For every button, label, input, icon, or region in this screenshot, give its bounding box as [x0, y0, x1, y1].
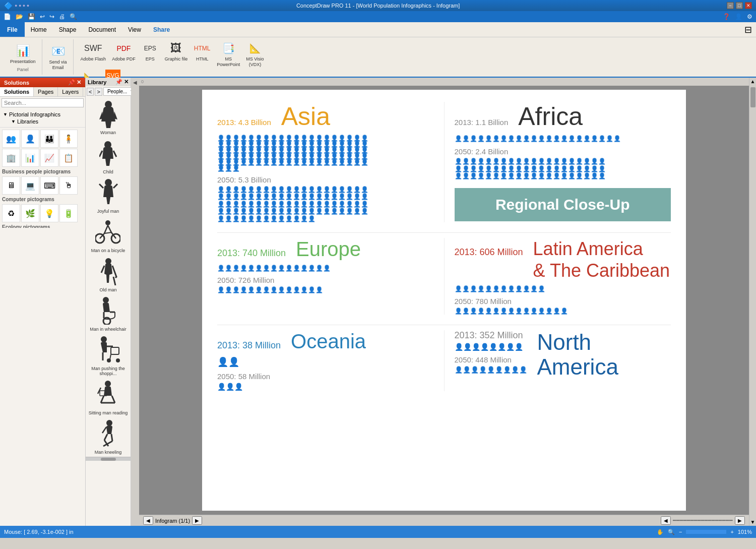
html-button[interactable]: HTML HTML [191, 39, 214, 69]
lib-icon-chart[interactable]: 📈 [40, 149, 58, 167]
ppt-label: MSPowerPoint [217, 56, 240, 68]
europe-year2013: 2013: 740 Million [217, 248, 286, 259]
lib-figure-wheelchair[interactable]: Man in wheelchair [90, 295, 127, 332]
close-button[interactable]: ✕ [745, 2, 752, 9]
graphic-icon: 🖼 [168, 40, 184, 56]
qa-account[interactable]: 👤 [733, 13, 744, 20]
svg-point-24 [105, 381, 111, 387]
left-nav-arrow[interactable]: ◀ [131, 78, 139, 526]
asia-region: 2013: 4.3 Billion Asia 👤👤👤👤👤👤👤👤👤👤👤👤👤👤👤👤👤… [217, 102, 444, 222]
lib-icon-group2[interactable]: 📊 [21, 149, 39, 167]
qa-help[interactable]: ❓ [721, 13, 732, 20]
lib-icon-business[interactable]: 👥 [2, 130, 20, 148]
tab-solutions[interactable]: Solutions [0, 87, 34, 96]
lib-icon-eco2[interactable]: 🔋 [59, 204, 78, 222]
separator-1 [217, 232, 671, 233]
solutions-search-container [0, 97, 85, 109]
tree-label-libraries: Libraries [17, 118, 38, 125]
visio-vdx-label: MS Visio(VDX) [246, 56, 264, 68]
lib-icon-monitor[interactable]: 💻 [21, 176, 39, 195]
solutions-label: Solutions [4, 80, 29, 86]
main-layout: Solutions 📌 ✕ Solutions Pages Layers ▼ P… [0, 78, 756, 526]
lib-figure-joyful[interactable]: Joyful man [93, 177, 123, 214]
qa-search[interactable]: 🔍 [68, 13, 79, 20]
menu-home[interactable]: Home [25, 22, 53, 37]
qa-new[interactable]: 📄 [2, 13, 13, 20]
svg-line-31 [104, 434, 107, 440]
tree-item-pictorial[interactable]: ▼ Pictorial Infographics [3, 111, 82, 118]
northam-year2013: 2013: 352 Million [455, 330, 527, 341]
visio-vdx-button[interactable]: 📐 MS Visio(VDX) [243, 39, 267, 69]
lib-next-button[interactable]: > [95, 88, 102, 96]
menu-document[interactable]: Document [82, 22, 122, 37]
eps-button[interactable]: EPS EPS [139, 39, 162, 69]
lib-icon-group1[interactable]: 🏢 [2, 149, 20, 167]
lib-icon-document[interactable]: 📋 [59, 149, 78, 167]
lib-prev-button[interactable]: < [87, 88, 94, 96]
lib-icon-recycle[interactable]: ♻ [2, 204, 20, 222]
lib-figure-sitting[interactable]: Sitting man reading [89, 379, 128, 415]
infogram-row-3: 2013: 38 Million Oceania 👤👤 2050: 58 Mil… [217, 330, 671, 391]
canvas-scroll-left[interactable]: ◀ [661, 516, 671, 525]
svg-point-21 [107, 358, 111, 362]
lib-icon-mouse[interactable]: 🖱 [59, 176, 78, 195]
qa-redo[interactable]: ↪ [48, 13, 56, 20]
menu-share[interactable]: Share [147, 22, 176, 37]
lib-icon-leaf[interactable]: 🌿 [21, 204, 39, 222]
qa-settings[interactable]: ⚙ [745, 13, 754, 20]
status-right: ✋ 🔍 − + 101% [657, 529, 752, 535]
lib-figure-kneeling[interactable]: Man kneeling [93, 418, 123, 455]
adobe-flash-button[interactable]: SWF Adobe Flash [78, 39, 109, 69]
solutions-search-input[interactable] [2, 98, 84, 107]
oldman-figure-icon [93, 256, 123, 286]
asia-2050-figures: 👤👤👤👤👤👤👤👤👤👤👤👤👤👤👤👤👤👤👤👤 👤👤👤👤👤👤👤👤👤👤👤👤👤👤👤👤👤👤👤… [217, 186, 434, 222]
right-scrollbar[interactable]: ▲ ▼ [749, 78, 756, 526]
lib-icon-keyboard[interactable]: ⌨ [40, 176, 58, 195]
window-controls: − □ ✕ [727, 2, 752, 9]
library-label: Library [88, 79, 106, 85]
tree-item-libraries[interactable]: ▼ Libraries [3, 118, 82, 125]
lib-icon-eco1[interactable]: 💡 [40, 204, 58, 222]
library-controls: 📌 ✕ [115, 79, 129, 85]
tree-label-pictorial: Pictorial Infographics [9, 111, 60, 117]
minimize-button[interactable]: − [727, 2, 734, 9]
canvas-scroll-right[interactable]: ▶ [735, 516, 745, 525]
lib-scrollbar[interactable] [86, 457, 131, 461]
northam-region: 2013: 352 Million 👤👤👤👤👤👤👤👤 2050: 448 Mil… [444, 330, 671, 391]
ribbon-toggle[interactable]: ⊟ [740, 24, 756, 35]
powerpoint-button[interactable]: 📑 MSPowerPoint [214, 39, 243, 69]
africa-year2013: 2013: 1.1 Billion [455, 118, 509, 127]
adobe-pdf-button[interactable]: PDF Adobe PDF [109, 39, 139, 69]
lib-figure-woman[interactable]: Woman [93, 99, 123, 135]
asia-person-icons: 👤👤👤👤👤👤👤👤👤👤👤👤👤👤👤👤👤👤👤👤 👤👤👤👤👤👤👤👤👤👤👤👤👤👤👤👤👤👤👤… [217, 135, 368, 171]
window-title: ConceptDraw PRO 11 - [World Population I… [296, 3, 460, 9]
zoom-out-button[interactable]: − [679, 529, 682, 535]
maximize-button[interactable]: □ [736, 2, 743, 9]
solutions-tabs: Solutions Pages Layers [0, 87, 85, 97]
page-prev-button[interactable]: ◀ [143, 516, 153, 525]
qa-print[interactable]: 🖨 [57, 13, 67, 20]
graphic-file-button[interactable]: 🖼 Graphic file [162, 39, 191, 69]
qa-save[interactable]: 💾 [26, 13, 37, 20]
lib-figure-child[interactable]: Child [93, 138, 123, 174]
menu-shape[interactable]: Shape [53, 22, 83, 37]
zoom-in-button[interactable]: + [730, 529, 733, 535]
zoom-slider[interactable] [686, 530, 726, 534]
lib-figure-bicycle[interactable]: Man on a bicycle [91, 217, 125, 253]
lib-figure-oldman[interactable]: Old man [93, 256, 123, 292]
lib-figure-cart[interactable]: Man pushing the shoppi... [88, 335, 129, 376]
qa-open[interactable]: 📂 [14, 13, 25, 20]
africa-2050-figures: 👤👤👤👤👤👤👤👤👤👤👤👤👤👤👤👤👤👤👤👤 👤👤👤👤👤👤👤👤👤👤👤👤👤👤👤👤👤👤👤… [455, 158, 671, 179]
menu-view[interactable]: View [122, 22, 147, 37]
menu-file[interactable]: File [0, 22, 25, 37]
lib-icon-team[interactable]: 👪 [40, 130, 58, 148]
tab-layers[interactable]: Layers [58, 87, 83, 96]
qa-undo[interactable]: ↩ [38, 13, 46, 20]
lib-icon-person[interactable]: 🧍 [59, 130, 78, 148]
tab-pages[interactable]: Pages [34, 87, 58, 96]
page-next-button[interactable]: ▶ [192, 516, 202, 525]
presentation-button[interactable]: 📊 Presentation [7, 42, 39, 66]
lib-icon-computer[interactable]: 🖥 [2, 176, 20, 195]
lib-icon-business2[interactable]: 👤 [21, 130, 39, 148]
send-email-button[interactable]: 📧 Send viaEmail [46, 42, 70, 72]
